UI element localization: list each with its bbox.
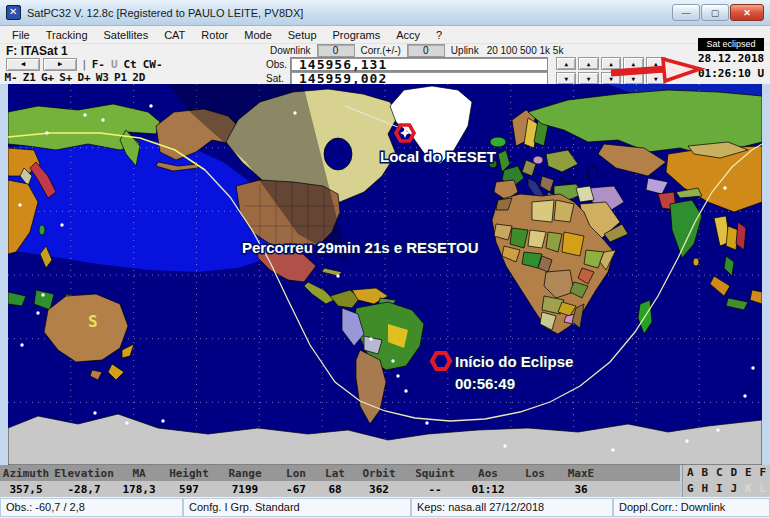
mode-2d-button[interactable]: 2D [132,71,145,84]
journey-annotation: Percorreu 29min 21s e RESETOU [242,239,479,256]
mode-f-button[interactable]: F- [92,58,105,71]
col-lon: Lon [274,467,318,480]
active-satellite-label: F: ITASat 1 [6,44,68,58]
obs-frequency-field[interactable]: 145956,131 [290,57,548,71]
sat-frequency-field[interactable]: 145959,002 [290,71,548,85]
elevation-value: -28,7 [52,483,116,496]
table-header-row: Azimuth Elevation MA Height Range Lon La… [0,465,680,481]
orbit-value: 362 [352,483,406,496]
menu-satellites[interactable]: Satellites [96,29,157,41]
menu-setup[interactable]: Setup [280,29,325,41]
col-elevation: Elevation [52,467,116,480]
col-ma: MA [116,467,162,480]
col-lat: Lat [318,467,352,480]
ma-value: 178,3 [116,483,162,496]
col-height: Height [162,467,216,480]
mode-cw-button[interactable]: CW- [143,58,163,71]
mode-g-button[interactable]: G+ [41,71,54,84]
sat-eclipsed-badge: Sat eclipsed [698,38,764,51]
minimize-button[interactable]: — [672,4,700,21]
menu-file[interactable]: File [4,29,38,41]
app-icon [6,5,21,20]
azimuth-value: 357,5 [0,483,52,496]
config-status: Confg. I Grp. Standard [183,498,411,517]
freq-up-button[interactable]: ▲ [578,57,598,70]
mode-d-button[interactable]: D+ [78,71,91,84]
col-azimuth: Azimuth [0,467,52,480]
mode-ct-button[interactable]: Ct [124,58,137,71]
squint-value: -- [406,483,464,496]
col-range: Range [216,467,274,480]
menu-programs[interactable]: Programs [325,29,389,41]
downlink-value[interactable]: 0 [317,44,355,57]
config-e[interactable]: E [741,465,756,481]
observer-status: Obs.: -60,7 / 2,8 [0,498,183,517]
menu-bar: File Tracking Satellites CAT Rotor Mode … [0,26,770,44]
date-display: 28.12.2018 [698,51,764,66]
sun-marker: S [88,312,98,331]
keps-status: Keps: nasa.all 27/12/2018 [411,498,613,517]
config-f[interactable]: F [756,465,770,481]
mode-p1-button[interactable]: P1 [114,71,127,84]
eclipse-time-annotation: 00:56:49 [455,375,515,392]
date-time-panel: Sat eclipsed 28.12.2018 01:26:10 U [698,38,764,81]
col-maxe: MaxE [558,467,604,480]
map-frame: S Local do RESET Percorreu 29min 21s e R… [0,84,770,465]
config-h[interactable]: H [698,481,713,497]
config-d[interactable]: D [727,465,742,481]
menu-cat[interactable]: CAT [156,29,193,41]
menu-rotor[interactable]: Rotor [193,29,236,41]
config-c[interactable]: C [712,465,727,481]
prev-satellite-button[interactable]: ◀ [6,58,40,71]
mode-u-button[interactable]: U [111,58,118,71]
close-button[interactable]: ✕ [730,4,764,21]
uplink-step-buttons[interactable]: 20 100 500 1k 5k [487,45,564,56]
lon-value: -67 [274,483,318,496]
config-g[interactable]: G [683,481,698,497]
status-bar: Obs.: -60,7 / 2,8 Confg. I Grp. Standard… [0,497,770,518]
menu-accy[interactable]: Accy [388,29,428,41]
red-arrow-annotation [606,56,706,86]
satpc32-window: SatPC32 V. 12.8c [Registered to PAULO LE… [0,0,770,518]
menu-tracking[interactable]: Tracking [38,29,96,41]
config-k[interactable]: K [741,481,756,497]
menu-mode[interactable]: Mode [236,29,280,41]
maxe-value: 36 [558,483,604,496]
col-orbit: Orbit [352,467,406,480]
mode-m-button[interactable]: M- [5,71,18,84]
eclipse-annotation: Início do Eclipse [455,353,573,370]
title-bar: SatPC32 V. 12.8c [Registered to PAULO LE… [0,0,770,26]
config-l[interactable]: L [756,481,770,497]
next-satellite-button[interactable]: ▶ [43,58,77,71]
mode-z1-button[interactable]: Z1 [23,71,36,84]
reset-annotation: Local do RESET [380,148,496,165]
doppler-status: Doppl.Corr.: Downlink [613,498,770,517]
config-b[interactable]: B [698,465,713,481]
uplink-label: Uplink [451,45,479,56]
corr-value[interactable]: 0 [407,44,445,57]
corr-label: Corr.(+/-) [361,45,401,56]
freq-up-button[interactable]: ▲ [556,57,576,70]
downlink-label: Downlink [270,45,311,56]
menu-help[interactable]: ? [428,29,450,41]
mode-s-button[interactable]: S+ [59,71,72,84]
config-j[interactable]: J [727,481,742,497]
mode-w3-button[interactable]: W3 [96,71,109,84]
config-i[interactable]: I [712,481,727,497]
col-squint: Squint [406,467,464,480]
aos-value: 01:12 [464,483,512,496]
table-value-row: 357,5 -28,7 178,3 597 7199 -67 68 362 --… [0,481,680,497]
col-aos: Aos [464,467,512,480]
sat-freq-label: Sat. [266,73,284,84]
world-map: S Local do RESET Percorreu 29min 21s e R… [8,84,762,465]
time-display: 01:26:10 U [698,66,764,81]
window-title: SatPC32 V. 12.8c [Registered to PAULO LE… [27,7,303,19]
range-value: 7199 [216,483,274,496]
config-a[interactable]: A [683,465,698,481]
lat-value: 68 [318,483,352,496]
obs-freq-label: Obs. [266,59,287,70]
col-los: Los [512,467,558,480]
height-value: 597 [162,483,216,496]
maximize-button[interactable]: ▢ [701,4,729,21]
tracking-data-table: Azimuth Elevation MA Height Range Lon La… [0,465,680,497]
